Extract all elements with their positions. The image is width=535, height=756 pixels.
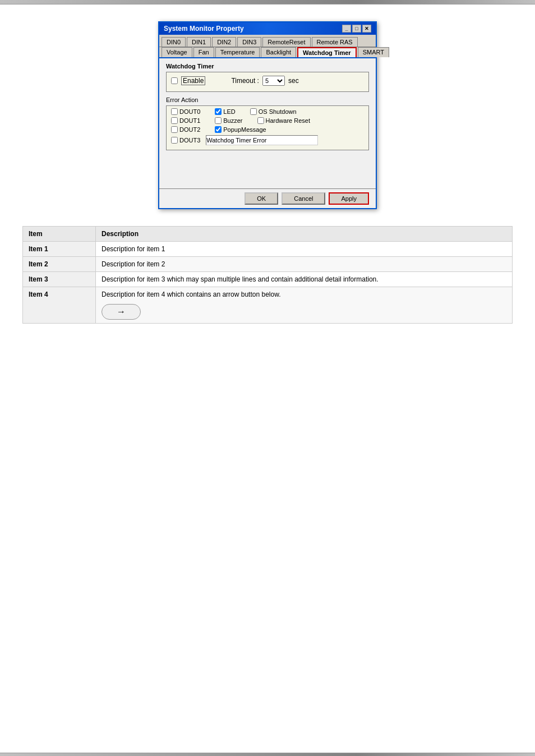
buzzer-label: Buzzer (215, 117, 242, 124)
close-button[interactable]: ✕ (362, 25, 371, 33)
table-row: Item 4 Description for item 4 which cont… (23, 287, 513, 324)
enable-checkbox[interactable] (171, 77, 178, 84)
hardware-reset-checkbox[interactable] (257, 117, 264, 124)
tab-remoteras[interactable]: Remote RAS (312, 37, 358, 47)
watchdog-enable-row: Enable Timeout : 5 1 2 3 10 15 20 30 60 (171, 76, 364, 86)
timeout-unit: sec (288, 77, 299, 85)
table-cell-item-0: Item 1 (23, 242, 96, 257)
dout2-text: DOUT2 (179, 126, 200, 133)
dialog-titlebar: System Monitor Property _ □ ✕ (159, 22, 376, 35)
minimize-button[interactable]: _ (342, 25, 351, 33)
dout0-label: DOUT0 (171, 108, 200, 115)
tabs-row1: DIN0 DIN1 DIN2 DIN3 RemoteReset Remote R… (159, 35, 376, 47)
tab-watchdog-timer[interactable]: Watchdog Timer (297, 47, 357, 57)
dout1-checkbox[interactable] (171, 117, 178, 124)
error-action-label: Error Action (166, 96, 369, 103)
dialog-title: System Monitor Property (164, 25, 244, 33)
os-shutdown-text: OS Shutdown (259, 108, 297, 115)
error-action-row-1: DOUT1 Buzzer Hardware Reset (171, 117, 364, 124)
os-shutdown-label: OS Shutdown (250, 108, 297, 115)
table-cell-item-1: Item 2 (23, 257, 96, 272)
watchdog-section-title: Watchdog Timer (166, 63, 369, 70)
popup-message-label: PopupMessage (215, 126, 266, 133)
titlebar-buttons: _ □ ✕ (342, 25, 371, 33)
table-cell-desc-0: Description for item 1 (96, 242, 513, 257)
tab-smart[interactable]: SMART (358, 47, 389, 57)
led-checkbox[interactable] (215, 108, 222, 115)
tab-temperature[interactable]: Temperature (215, 47, 260, 57)
table-row: Item 1 Description for item 1 (23, 242, 513, 257)
watchdog-section-box: Enable Timeout : 5 1 2 3 10 15 20 30 60 (166, 72, 369, 92)
main-content: System Monitor Property _ □ ✕ DIN0 DIN1 … (0, 4, 535, 352)
apply-button[interactable]: Apply (329, 192, 369, 205)
tab-din0[interactable]: DIN0 (162, 37, 186, 47)
os-shutdown-checkbox[interactable] (250, 108, 257, 115)
dout3-checkbox[interactable] (171, 137, 178, 144)
hardware-reset-text: Hardware Reset (266, 117, 310, 124)
dialog-spacer (166, 150, 369, 184)
table-cell-desc-3: Description for item 4 which contains an… (96, 287, 513, 324)
tabs-row2: Voltage Fan Temperature Backlight Watchd… (159, 47, 376, 58)
error-action-row-2: DOUT2 PopupMessage (171, 126, 364, 133)
error-action-row-3: DOUT3 (171, 135, 364, 145)
timeout-select[interactable]: 5 1 2 3 10 15 20 30 60 (262, 76, 285, 86)
dout2-label: DOUT2 (171, 126, 200, 133)
dout1-label: DOUT1 (171, 117, 200, 124)
dialog-container: System Monitor Property _ □ ✕ DIN0 DIN1 … (22, 21, 513, 209)
hardware-reset-label: Hardware Reset (257, 117, 310, 124)
table-cell-item-2: Item 3 (23, 272, 96, 287)
popup-text-input[interactable] (206, 135, 318, 145)
dout1-text: DOUT1 (179, 117, 200, 124)
tab-fan[interactable]: Fan (193, 47, 214, 57)
led-text: LED (223, 108, 235, 115)
dout0-text: DOUT0 (179, 108, 200, 115)
table-header-description: Description (96, 227, 513, 242)
dialog-footer: OK Cancel Apply (159, 188, 376, 208)
timeout-label: Timeout : (231, 77, 259, 85)
led-label: LED (215, 108, 235, 115)
tab-backlight[interactable]: Backlight (261, 47, 296, 57)
dout3-label: DOUT3 (171, 137, 200, 144)
table-header-item: Item (23, 227, 96, 242)
error-action-box: DOUT0 LED OS Shutdown (166, 105, 369, 150)
popup-message-text: PopupMessage (223, 126, 266, 133)
maximize-button[interactable]: □ (352, 25, 361, 33)
error-action-row-0: DOUT0 LED OS Shutdown (171, 108, 364, 115)
table-cell-desc-2: Description for item 3 which may span mu… (96, 272, 513, 287)
top-bar (0, 0, 535, 4)
dout3-text: DOUT3 (179, 137, 200, 144)
arrow-button[interactable]: → (102, 304, 141, 320)
ok-button[interactable]: OK (245, 192, 278, 205)
info-table: Item Description Item 1 Description for … (22, 226, 513, 324)
popup-message-checkbox[interactable] (215, 126, 222, 133)
buzzer-checkbox[interactable] (215, 117, 222, 124)
dialog-body: Watchdog Timer Enable Timeout : 5 1 2 3 … (159, 58, 376, 188)
system-monitor-dialog: System Monitor Property _ □ ✕ DIN0 DIN1 … (158, 21, 377, 209)
tab-din1[interactable]: DIN1 (187, 37, 211, 47)
table-cell-item-3: Item 4 (23, 287, 96, 324)
table-row: Item 2 Description for item 2 (23, 257, 513, 272)
tab-din2[interactable]: DIN2 (212, 37, 236, 47)
dout2-checkbox[interactable] (171, 126, 178, 133)
tab-voltage[interactable]: Voltage (162, 47, 192, 57)
table-row: Item 3 Description for item 3 which may … (23, 272, 513, 287)
table-cell-desc-1: Description for item 2 (96, 257, 513, 272)
tab-remotereset[interactable]: RemoteReset (262, 37, 310, 47)
dout0-checkbox[interactable] (171, 108, 178, 115)
tab-din3[interactable]: DIN3 (237, 37, 261, 47)
cancel-button[interactable]: Cancel (282, 192, 325, 205)
enable-label: Enable (181, 76, 205, 85)
buzzer-text: Buzzer (223, 117, 242, 124)
